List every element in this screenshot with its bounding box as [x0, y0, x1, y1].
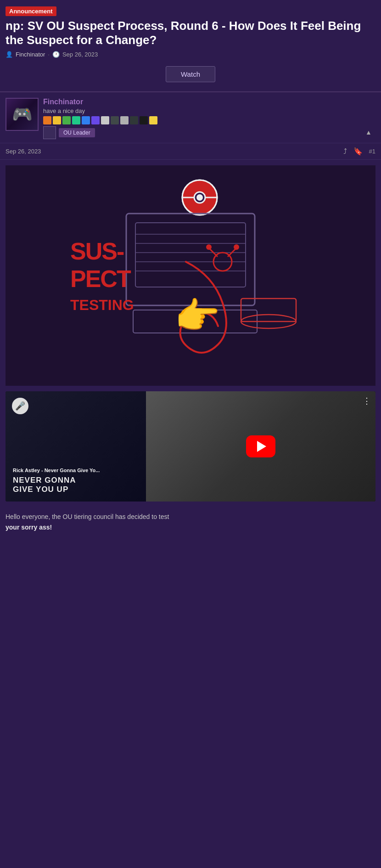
post-date: Sep 26, 2023 [62, 51, 98, 58]
svg-text:👉: 👉 [174, 294, 220, 338]
post-container: Finchinator have a nice day OU Leader [0, 92, 381, 538]
badge-11 [140, 116, 148, 124]
yt-channel-icon: 🎤 [12, 398, 28, 414]
svg-text:SUS-: SUS- [70, 238, 124, 265]
yt-left-panel: 🎤 Rick Astley - Never Gonna Give Yo... N… [6, 391, 146, 502]
watch-btn-wrap: Watch [6, 63, 375, 87]
user-details: Finchinator have a nice day OU Leader [43, 98, 357, 139]
title-row: Announcement np: SV OU Suspect Process, … [6, 6, 375, 47]
clock-icon: 🕐 [52, 51, 60, 58]
post-number: #1 [369, 148, 375, 155]
post-actions: ⤴ 🔖 #1 [343, 147, 375, 156]
badges-row [43, 116, 357, 124]
avatar-image [6, 98, 38, 130]
suspect-svg: SUS- PECT TESTING 👉 [44, 170, 337, 381]
svg-text:TESTING: TESTING [70, 297, 134, 313]
svg-point-22 [206, 244, 212, 250]
badge-12 [149, 116, 157, 124]
user-tagline: have a nice day [43, 107, 357, 114]
page-header: Announcement np: SV OU Suspect Process, … [0, 0, 381, 92]
suspect-image: SUS- PECT TESTING 👉 [6, 165, 375, 386]
yt-more-button[interactable]: ⋮ [363, 396, 371, 406]
svg-text:PECT: PECT [70, 265, 131, 292]
badge-2 [53, 116, 61, 124]
svg-point-5 [196, 194, 203, 201]
badge-10 [130, 116, 138, 124]
badge-3 [62, 116, 71, 124]
watch-button[interactable]: Watch [166, 66, 215, 82]
author-icon: 👤 [6, 51, 13, 58]
badge-7 [101, 116, 109, 124]
post-meta-row: Sep 26, 2023 ⤴ 🔖 #1 [0, 143, 381, 160]
svg-point-23 [234, 244, 239, 250]
badge-4 [72, 116, 80, 124]
role-badge-wrap: OU Leader [43, 126, 357, 139]
yt-play-button[interactable] [246, 435, 275, 457]
youtube-embed[interactable]: 🎤 Rick Astley - Never Gonna Give Yo... N… [6, 391, 375, 502]
badge-1 [43, 116, 51, 124]
badge-9 [120, 116, 129, 124]
yt-subtitle-line1: NEVER GONNA GIVE YOU UP [13, 476, 139, 495]
post-date-label: Sep 26, 2023 [6, 148, 41, 155]
user-info-bar: Finchinator have a nice day OU Leader [0, 92, 381, 143]
yt-video-title: Rick Astley - Never Gonna Give Yo... [13, 467, 139, 473]
badge-8 [111, 116, 119, 124]
role-label: OU Leader [59, 128, 95, 137]
thread-title: np: SV OU Suspect Process, Round 6 - How… [6, 19, 375, 47]
avatar [6, 98, 39, 131]
post-author: Finchinator [16, 51, 45, 58]
announcement-badge: Announcement [6, 6, 56, 16]
meta-row: 👤 Finchinator · 🕐 Sep 26, 2023 [6, 51, 375, 58]
badge-5 [82, 116, 90, 124]
username-link[interactable]: Finchinator [43, 98, 83, 106]
share-icon[interactable]: ⤴ [343, 147, 347, 156]
post-body-text: Hello everyone, the OU tiering council h… [6, 508, 375, 532]
collapse-button[interactable]: ▲ [362, 125, 375, 139]
badge-6 [91, 116, 100, 124]
yt-right-panel: ⋮ [146, 391, 375, 502]
role-avatar [43, 126, 56, 139]
post-content: SUS- PECT TESTING 👉 [0, 160, 381, 538]
bookmark-icon[interactable]: 🔖 [353, 147, 363, 156]
